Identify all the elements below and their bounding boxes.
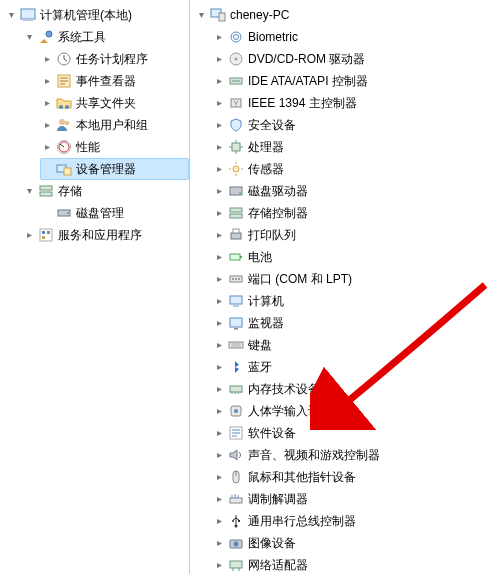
chevron-right-icon[interactable]: ▸: [214, 516, 225, 527]
svg-rect-44: [230, 296, 242, 304]
chevron-right-icon[interactable]: ▸: [214, 428, 225, 439]
chevron-right-icon[interactable]: ▸: [214, 32, 225, 43]
device-category[interactable]: ▸图像设备: [212, 532, 500, 554]
task-scheduler[interactable]: ▸ 任务计划程序: [40, 48, 189, 70]
chevron-right-icon[interactable]: ▸: [214, 76, 225, 87]
device-category[interactable]: ▸软件设备: [212, 422, 500, 444]
device-category[interactable]: ▸打印队列: [212, 224, 500, 246]
svg-point-2: [46, 31, 52, 37]
security-icon: [228, 117, 244, 133]
device-category[interactable]: ▸声音、视频和游戏控制器: [212, 444, 500, 466]
local-users[interactable]: ▸ 本地用户和组: [40, 114, 189, 136]
svg-rect-36: [231, 233, 241, 239]
device-mgr-icon: [56, 161, 72, 177]
root-computer-mgmt[interactable]: ▾ 计算机管理(本地): [4, 4, 189, 26]
device-category[interactable]: ▸IDE ATA/ATAPI 控制器: [212, 70, 500, 92]
imaging-icon: [228, 535, 244, 551]
sensor-icon: [228, 161, 244, 177]
clock-icon: [56, 51, 72, 67]
chevron-down-icon[interactable]: ▾: [24, 186, 35, 197]
event-viewer[interactable]: ▸ 事件查看器: [40, 70, 189, 92]
svg-rect-38: [230, 254, 240, 260]
svg-rect-18: [42, 231, 45, 234]
chevron-right-icon[interactable]: ▸: [214, 164, 225, 175]
chevron-right-icon[interactable]: ▸: [214, 384, 225, 395]
label: 通用串行总线控制器: [247, 511, 357, 531]
device-category[interactable]: ▸Biometric: [212, 26, 500, 48]
svg-point-23: [231, 32, 241, 42]
chevron-right-icon[interactable]: ▸: [42, 120, 53, 131]
device-category[interactable]: ▸电池: [212, 246, 500, 268]
label: 设备管理器: [75, 159, 137, 179]
device-category[interactable]: ▸计算机: [212, 290, 500, 312]
chevron-right-icon[interactable]: ▸: [42, 54, 53, 65]
system-tools[interactable]: ▾ 系统工具: [22, 26, 189, 48]
computer-icon: [228, 293, 244, 309]
label: 处理器: [247, 137, 285, 157]
device-category[interactable]: ▸人体学输入设备: [212, 400, 500, 422]
chevron-right-icon[interactable]: ▸: [214, 208, 225, 219]
device-category[interactable]: ▸存储控制器: [212, 202, 500, 224]
chevron-right-icon[interactable]: ▸: [214, 450, 225, 461]
device-category[interactable]: ▸网络适配器: [212, 554, 500, 574]
device-category[interactable]: ▸DVD/CD-ROM 驱动器: [212, 48, 500, 70]
chevron-right-icon[interactable]: ▸: [214, 340, 225, 351]
pc-root[interactable]: ▾ cheney-PC: [194, 4, 500, 26]
device-category[interactable]: ▸监视器: [212, 312, 500, 334]
device-category[interactable]: ▸处理器: [212, 136, 500, 158]
keyboard-icon: [228, 337, 244, 353]
chevron-right-icon[interactable]: ▸: [214, 362, 225, 373]
svg-point-41: [232, 278, 234, 280]
label: 键盘: [247, 335, 273, 355]
chevron-right-icon[interactable]: ▸: [214, 120, 225, 131]
svg-point-26: [235, 58, 238, 61]
chevron-down-icon[interactable]: ▾: [6, 10, 17, 21]
svg-rect-37: [233, 229, 239, 233]
device-category[interactable]: ▸内存技术设备: [212, 378, 500, 400]
device-category[interactable]: ▸安全设备: [212, 114, 500, 136]
device-category[interactable]: ▸端口 (COM 和 LPT): [212, 268, 500, 290]
svg-rect-34: [230, 208, 242, 212]
device-category[interactable]: ▸鼠标和其他指针设备: [212, 466, 500, 488]
chevron-right-icon[interactable]: ▸: [214, 318, 225, 329]
chevron-down-icon[interactable]: ▾: [24, 32, 35, 43]
device-category[interactable]: ▸调制解调器: [212, 488, 500, 510]
chevron-right-icon[interactable]: ▸: [214, 472, 225, 483]
chevron-right-icon[interactable]: ▸: [214, 406, 225, 417]
device-category[interactable]: ▸通用串行总线控制器: [212, 510, 500, 532]
chevron-right-icon[interactable]: ▸: [214, 494, 225, 505]
chevron-right-icon[interactable]: ▸: [214, 186, 225, 197]
chevron-right-icon[interactable]: ▸: [214, 230, 225, 241]
tools-icon: [38, 29, 54, 45]
services-apps[interactable]: ▸ 服务和应用程序: [22, 224, 189, 246]
svg-point-42: [235, 278, 237, 280]
svg-point-55: [235, 525, 238, 528]
shared-folders[interactable]: ▸ 共享文件夹: [40, 92, 189, 114]
storage[interactable]: ▾ 存储: [22, 180, 189, 202]
svg-rect-1: [23, 19, 33, 21]
device-category[interactable]: ▸蓝牙: [212, 356, 500, 378]
device-category[interactable]: ▸YIEEE 1394 主控制器: [212, 92, 500, 114]
svg-rect-12: [64, 168, 71, 175]
chevron-right-icon[interactable]: ▸: [214, 252, 225, 263]
device-category[interactable]: ▸传感器: [212, 158, 500, 180]
hid-icon: [228, 403, 244, 419]
chevron-right-icon[interactable]: ▸: [214, 142, 225, 153]
svg-text:Y: Y: [234, 100, 239, 107]
device-category[interactable]: ▸键盘: [212, 334, 500, 356]
chevron-right-icon[interactable]: ▸: [214, 538, 225, 549]
chevron-right-icon[interactable]: ▸: [42, 76, 53, 87]
device-category[interactable]: ▸磁盘驱动器: [212, 180, 500, 202]
disk-management[interactable]: 磁盘管理: [40, 202, 189, 224]
chevron-right-icon[interactable]: ▸: [214, 274, 225, 285]
chevron-right-icon[interactable]: ▸: [24, 230, 35, 241]
chevron-right-icon[interactable]: ▸: [214, 560, 225, 571]
chevron-right-icon[interactable]: ▸: [214, 98, 225, 109]
device-manager[interactable]: 设备管理器: [40, 158, 189, 180]
chevron-right-icon[interactable]: ▸: [42, 98, 53, 109]
chevron-right-icon[interactable]: ▸: [42, 142, 53, 153]
chevron-right-icon[interactable]: ▸: [214, 54, 225, 65]
performance[interactable]: ▸ 性能: [40, 136, 189, 158]
chevron-down-icon[interactable]: ▾: [196, 10, 207, 21]
chevron-right-icon[interactable]: ▸: [214, 296, 225, 307]
